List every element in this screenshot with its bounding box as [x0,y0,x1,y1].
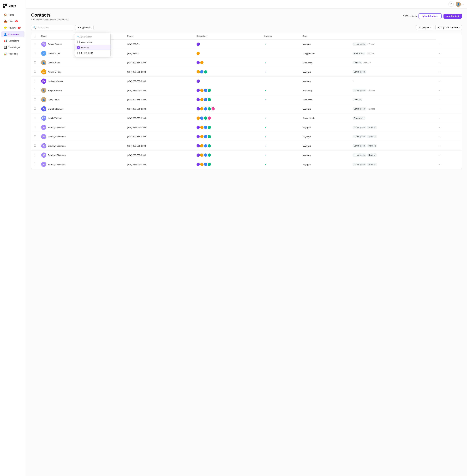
row-more-button-7[interactable]: ··· [438,98,442,101]
row-select-2[interactable] [34,52,36,54]
checkbox-dolor[interactable] [77,46,80,49]
sidebar-item-home[interactable]: 🏠 Home [1,12,25,18]
row-checkbox-2[interactable] [31,49,39,58]
row-more-button-8[interactable]: ··· [438,107,442,111]
row-more-button-9[interactable]: ··· [438,117,442,120]
row-actions-8[interactable]: ··· [436,104,462,114]
row-actions-2[interactable]: ··· [436,49,462,58]
row-checkbox-3[interactable] [31,58,39,67]
row-checkbox-1[interactable] [31,40,39,49]
contact-avatar-12: BS [41,143,46,148]
tag-add-icon[interactable]: + [352,80,354,83]
table-row: DS Darrell Steward (+14) 239-555-0108Wyn… [31,104,462,114]
row-checkbox-14[interactable] [31,160,39,169]
dropdown-item-lorem[interactable]: Lorem Ipsum [75,50,110,55]
row-subscriber-2 [262,49,300,58]
row-more-button-6[interactable]: ··· [438,89,442,92]
row-more-button-5[interactable]: ··· [438,79,442,83]
row-name-12: BS Brooklyn Simmons [39,141,125,151]
dropdown-item-dolor[interactable]: Dolor sit [75,45,110,50]
row-checkbox-12[interactable] [31,141,39,151]
row-select-14[interactable] [34,163,36,165]
row-checkbox-13[interactable] [31,151,39,160]
sidebar-item-campaigns[interactable]: 📢 Campaigns [1,38,25,44]
row-select-9[interactable] [34,117,36,119]
sort-by-selector[interactable]: Sort by Date Created ▾ [435,25,462,30]
checkbox-lorem[interactable] [77,52,80,54]
user-avatar[interactable]: 👤 [456,2,461,7]
checkbox-amet[interactable] [77,41,80,43]
sidebar-item-customers[interactable]: 👤 Customers [1,31,25,37]
dropdown-search-box[interactable]: 🔍 [75,34,110,40]
help-icon: ? [451,3,452,5]
sidebar-item-inbox[interactable]: 📥 Inbox 1 [1,18,25,24]
reviews-icon: ⭐ [4,26,7,29]
row-actions-6[interactable]: ··· [436,86,462,95]
row-checkbox-4[interactable] [31,67,39,77]
sidebar-item-reviews[interactable]: ⭐ Reviews 1 [1,25,25,31]
row-select-10[interactable] [34,126,36,128]
help-icon-btn[interactable]: ? [449,2,454,7]
row-select-7[interactable] [34,98,36,100]
sidebar-item-reporting[interactable]: 📊 Reporting [1,51,25,57]
row-actions-10[interactable]: ··· [436,123,462,132]
row-more-button-13[interactable]: ··· [438,154,442,157]
row-checkbox-8[interactable] [31,104,39,114]
row-select-13[interactable] [34,154,36,156]
row-actions-11[interactable]: ··· [436,132,462,141]
dropdown-search-input[interactable] [81,36,108,38]
row-actions-1[interactable]: ··· [436,40,462,49]
row-more-button-10[interactable]: ··· [438,126,442,129]
row-actions-12[interactable]: ··· [436,141,462,151]
avatar-chevron[interactable]: ▾ [463,3,464,5]
tag-label: Amet volum [352,117,365,120]
row-checkbox-7[interactable] [31,95,39,104]
channel-icon-yellow [200,126,204,129]
channel-icon-blue [204,126,207,129]
row-more-button-4[interactable]: ··· [438,70,442,74]
row-actions-5[interactable]: ··· [436,77,462,86]
row-select-12[interactable] [34,145,36,147]
row-more-button-14[interactable]: ··· [438,163,442,166]
upload-contacts-button[interactable]: Upload Contacts [418,13,441,19]
row-actions-3[interactable]: ··· [436,58,462,67]
row-more-button-11[interactable]: ··· [438,135,442,138]
sidebar-item-web-widget[interactable]: 🔲 Web Widget [1,44,25,50]
row-actions-13[interactable]: ··· [436,151,462,160]
row-more-button-12[interactable]: ··· [438,144,442,148]
row-checkbox-5[interactable] [31,77,39,86]
row-select-5[interactable] [34,80,36,82]
row-more-button-1[interactable]: ··· [438,42,442,46]
search-input[interactable] [37,26,71,29]
row-phone-9: (+14) 239-555-0108 [125,114,194,123]
row-tags-4: Lorem Ipsum [350,67,436,77]
row-checkbox-9[interactable] [31,114,39,123]
show-by-selector[interactable]: Show by 10 ▾ [416,25,433,30]
channel-icon-yellow [196,70,200,74]
row-more-button-3[interactable]: ··· [438,61,442,65]
select-all-checkbox[interactable] [34,35,36,37]
row-tags-11: Lorem IpsumDolor sit [350,132,436,141]
row-checkbox-10[interactable] [31,123,39,132]
search-box[interactable]: 🔍 [31,25,73,30]
row-select-1[interactable] [34,43,36,45]
row-select-4[interactable] [34,71,36,73]
row-actions-14[interactable]: ··· [436,160,462,169]
row-select-3[interactable] [34,61,36,64]
row-checkbox-6[interactable] [31,86,39,95]
row-actions-9[interactable]: ··· [436,114,462,123]
row-checkbox-11[interactable] [31,132,39,141]
row-actions-4[interactable]: ··· [436,67,462,77]
tagged-with-filter[interactable]: ≡ Tagged with [75,25,93,30]
channel-icon-purple [196,144,200,147]
row-select-11[interactable] [34,135,36,137]
add-contact-button[interactable]: Add Contact [443,14,462,19]
tag-label: Dolor sit [352,61,362,64]
row-select-6[interactable] [34,89,36,91]
main-area: ? 👤 ▾ Contacts See an overview of all yo… [26,0,467,476]
row-more-button-2[interactable]: ··· [438,52,442,55]
contact-avatar-10: BS [41,125,46,130]
dropdown-item-amet[interactable]: Amet volum [75,40,110,45]
row-actions-7[interactable]: ··· [436,95,462,104]
row-select-8[interactable] [34,107,36,110]
